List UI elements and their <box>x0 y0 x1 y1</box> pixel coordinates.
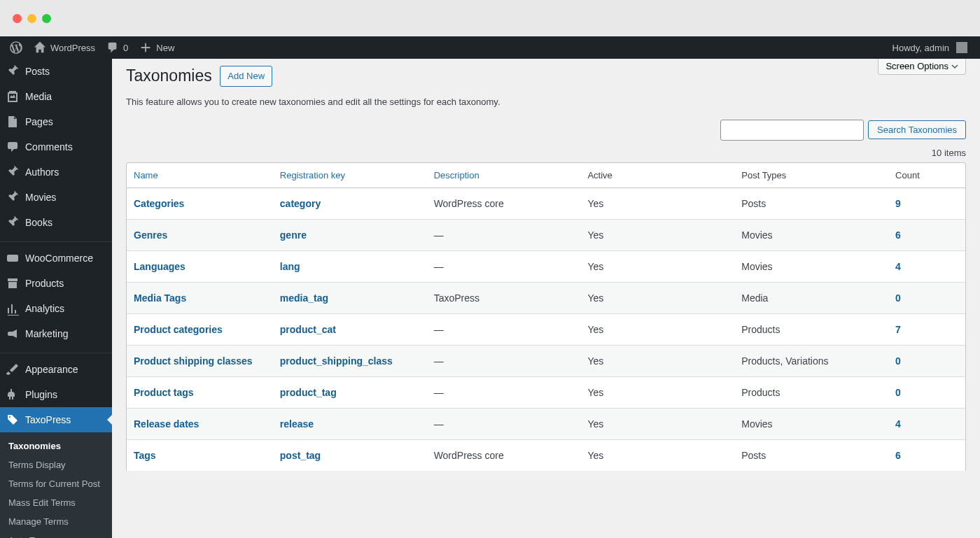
table-row: Categories category WordPress core Yes P… <box>127 188 965 219</box>
sidebar-item-label: Analytics <box>25 303 64 314</box>
registration-key-link[interactable]: category <box>280 198 321 209</box>
column-post-types: Post Types <box>734 163 888 188</box>
registration-key-link[interactable]: genre <box>280 229 307 241</box>
count-link[interactable]: 4 <box>895 261 901 272</box>
taxonomy-name-link[interactable]: Product tags <box>134 387 194 398</box>
media-icon <box>6 90 20 104</box>
sidebar-item-label: Authors <box>25 167 59 178</box>
new-content-link[interactable]: New <box>134 36 180 59</box>
cell-post-types: Products <box>734 376 888 408</box>
submenu-item[interactable]: Mass Edit Terms <box>0 493 112 512</box>
submenu-item[interactable]: Auto Terms <box>0 531 112 538</box>
submenu-item[interactable]: Terms Display <box>0 455 112 474</box>
cell-post-types: Products <box>734 313 888 345</box>
taxonomy-name-link[interactable]: Categories <box>134 198 184 209</box>
sidebar-item-media[interactable]: Media <box>0 84 112 109</box>
page-title: Taxonomies <box>126 66 212 85</box>
column-registration-key[interactable]: Registration key <box>273 163 427 188</box>
comments-count: 0 <box>123 43 128 53</box>
sidebar-item-taxopress[interactable]: TaxoPress <box>0 407 112 432</box>
sidebar-item-plugins[interactable]: Plugins <box>0 382 112 407</box>
registration-key-link[interactable]: product_tag <box>280 387 337 398</box>
site-link[interactable]: WordPress <box>28 36 101 59</box>
site-name: WordPress <box>50 43 95 53</box>
sidebar-item-marketing[interactable]: Marketing <box>0 321 112 346</box>
count-link[interactable]: 0 <box>895 292 901 304</box>
sidebar-item-appearance[interactable]: Appearance <box>0 357 112 382</box>
wordpress-logo[interactable] <box>4 36 28 59</box>
window-zoom-button[interactable] <box>42 14 51 23</box>
taxonomy-name-link[interactable]: Tags <box>134 450 156 461</box>
count-link[interactable]: 6 <box>895 229 901 241</box>
table-row: Media Tags media_tag TaxoPress Yes Media… <box>127 282 965 313</box>
howdy-text: Howdy, admin <box>892 43 949 53</box>
avatar <box>956 42 967 53</box>
registration-key-link[interactable]: release <box>280 418 314 430</box>
new-label: New <box>156 43 174 53</box>
submenu-item[interactable]: Taxonomies <box>0 437 112 455</box>
taxonomy-name-link[interactable]: Product categories <box>134 324 223 335</box>
window-minimize-button[interactable] <box>27 14 36 23</box>
tag-icon <box>6 413 20 427</box>
pin-icon <box>6 64 20 78</box>
plug-icon <box>6 388 20 402</box>
registration-key-link[interactable]: product_shipping_class <box>280 355 393 367</box>
registration-key-link[interactable]: post_tag <box>280 450 321 461</box>
sidebar-item-books[interactable]: Books <box>0 210 112 235</box>
submenu-item[interactable]: Manage Terms <box>0 512 112 531</box>
taxonomy-name-link[interactable]: Media Tags <box>134 292 186 304</box>
count-link[interactable]: 0 <box>895 387 901 398</box>
screen-options-button[interactable]: Screen Options <box>878 59 966 75</box>
sidebar-item-posts[interactable]: Posts <box>0 59 112 84</box>
taxonomy-name-link[interactable]: Genres <box>134 229 167 241</box>
cell-description: — <box>427 376 581 408</box>
sidebar-item-products[interactable]: Products <box>0 271 112 296</box>
chevron-down-icon <box>951 63 958 70</box>
column-description[interactable]: Description <box>427 163 581 188</box>
taxonomy-name-link[interactable]: Product shipping classes <box>134 355 253 367</box>
cell-description: — <box>427 250 581 282</box>
cell-active: Yes <box>580 439 734 471</box>
main-content: Screen Options Taxonomies Add New This f… <box>112 59 980 538</box>
search-button[interactable]: Search Taxonomies <box>868 120 966 139</box>
cell-description: — <box>427 408 581 439</box>
my-account[interactable]: Howdy, admin <box>887 36 973 59</box>
cell-post-types: Movies <box>734 219 888 250</box>
cell-post-types: Movies <box>734 408 888 439</box>
pin-icon <box>6 215 20 229</box>
comment-icon <box>106 41 119 54</box>
registration-key-link[interactable]: lang <box>280 261 300 272</box>
taxonomy-name-link[interactable]: Languages <box>134 261 186 272</box>
sidebar-item-woocommerce[interactable]: WooCommerce <box>0 246 112 271</box>
megaphone-icon <box>6 327 20 341</box>
window-close-button[interactable] <box>13 14 22 23</box>
cell-active: Yes <box>580 345 734 376</box>
search-input[interactable] <box>720 120 864 141</box>
comments-link[interactable]: 0 <box>101 36 134 59</box>
sidebar-item-analytics[interactable]: Analytics <box>0 296 112 321</box>
count-link[interactable]: 9 <box>895 198 901 209</box>
cell-description: TaxoPress <box>427 282 581 313</box>
sidebar-item-pages[interactable]: Pages <box>0 109 112 134</box>
sidebar-item-label: Comments <box>25 141 73 153</box>
table-row: Product tags product_tag — Yes Products … <box>127 376 965 408</box>
registration-key-link[interactable]: product_cat <box>280 324 336 335</box>
registration-key-link[interactable]: media_tag <box>280 292 328 304</box>
sidebar-item-comments[interactable]: Comments <box>0 134 112 160</box>
sidebar-item-movies[interactable]: Movies <box>0 185 112 210</box>
cell-active: Yes <box>580 250 734 282</box>
column-count: Count <box>888 163 965 188</box>
column-name[interactable]: Name <box>127 163 273 188</box>
sidebar-item-authors[interactable]: Authors <box>0 160 112 185</box>
count-link[interactable]: 4 <box>895 418 901 430</box>
taxonomy-name-link[interactable]: Release dates <box>134 418 199 430</box>
count-link[interactable]: 0 <box>895 355 901 367</box>
submenu-item[interactable]: Terms for Current Post <box>0 474 112 493</box>
count-link[interactable]: 6 <box>895 450 901 461</box>
table-row: Tags post_tag WordPress core Yes Posts 6 <box>127 439 965 471</box>
archive-icon <box>6 276 20 290</box>
add-new-button[interactable]: Add New <box>220 66 272 87</box>
count-link[interactable]: 7 <box>895 324 901 335</box>
screen-options-label: Screen Options <box>886 61 948 71</box>
admin-bar: WordPress 0 New Howdy, admin <box>0 36 980 59</box>
